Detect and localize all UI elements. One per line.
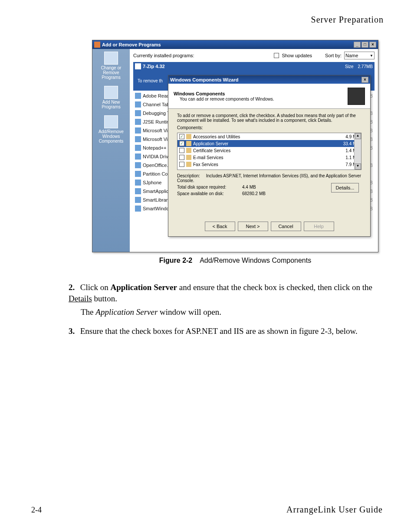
program-icon bbox=[135, 145, 141, 151]
step-number: 3. bbox=[69, 326, 78, 337]
wizard-buttons: < Back Next > Cancel Help bbox=[168, 222, 370, 231]
nav-add-new[interactable]: Add New Programs bbox=[92, 86, 130, 109]
component-row[interactable]: Fax Services 7.9 MB bbox=[177, 161, 361, 168]
program-name: Partition Com bbox=[143, 171, 172, 176]
window-title: Add or Remove Programs bbox=[102, 42, 161, 47]
step-text: button. bbox=[94, 294, 117, 303]
program-name: OpenOffice.o bbox=[143, 163, 171, 168]
components-list: ✓ Accessories and Utilities 4.9 MB ✓ App… bbox=[177, 133, 361, 170]
program-icon bbox=[135, 180, 141, 186]
wizard-header: Windows Components You can add or remove… bbox=[168, 84, 370, 109]
wizard-subheading: You can add or remove components of Wind… bbox=[180, 97, 274, 101]
program-name: NVIDIA Drive bbox=[143, 154, 171, 159]
program-name: Channel Tabl bbox=[143, 102, 171, 107]
chevron-down-icon: ▼ bbox=[370, 54, 373, 58]
checkbox-icon[interactable] bbox=[179, 148, 184, 153]
program-icon bbox=[135, 119, 141, 125]
wizard-heading: Windows Components bbox=[174, 91, 225, 96]
wizard-titlebar: Windows Components Wizard × bbox=[168, 75, 370, 84]
left-nav: Change or Remove Programs Add New Progra… bbox=[92, 49, 130, 252]
checkbox-icon[interactable] bbox=[179, 155, 184, 160]
component-row-application-server[interactable]: ✓ Application Server 33.4 MB bbox=[177, 140, 361, 147]
show-updates-label: Show updates bbox=[282, 53, 312, 58]
help-button[interactable]: Help bbox=[304, 222, 334, 231]
components-wizard-dialog: Windows Components Wizard × Windows Comp… bbox=[168, 75, 371, 237]
components-label: Components: bbox=[177, 125, 361, 130]
close-button[interactable]: × bbox=[369, 42, 376, 48]
close-button[interactable]: × bbox=[361, 77, 368, 83]
show-updates-checkbox[interactable] bbox=[274, 53, 279, 58]
minimize-button[interactable]: _ bbox=[354, 42, 361, 48]
folder-icon bbox=[186, 141, 191, 146]
nav-label: Change or bbox=[92, 65, 130, 70]
component-name: Certificate Services bbox=[193, 148, 338, 153]
component-row[interactable]: Certificate Services 1.4 MB bbox=[177, 147, 361, 154]
wizard-title: Windows Components Wizard bbox=[170, 77, 238, 82]
component-name: Application Server bbox=[193, 141, 338, 146]
nav-windows-components[interactable]: Add/Remove Windows Components bbox=[92, 115, 130, 144]
program-icon bbox=[135, 153, 141, 160]
step-text: Ensure that the check boxes for ASP.NET … bbox=[80, 326, 358, 336]
sortby-select[interactable]: Name ▼ bbox=[344, 52, 375, 59]
back-button[interactable]: < Back bbox=[205, 222, 235, 231]
step-text: and ensure that the check box is checked… bbox=[179, 283, 372, 292]
size-label: Size bbox=[345, 64, 353, 69]
add-remove-window: Add or Remove Programs _ □ × Change or R… bbox=[92, 40, 378, 252]
app-icon bbox=[94, 42, 100, 48]
page-header: Server Preparation bbox=[311, 15, 384, 25]
description-label: Description: bbox=[177, 173, 205, 178]
page-number: 2-4 bbox=[31, 506, 42, 515]
component-name: Fax Services bbox=[193, 162, 338, 167]
program-icon bbox=[135, 136, 141, 142]
step-bold: Application Server bbox=[110, 283, 177, 292]
sortby-value: Name bbox=[345, 53, 358, 58]
checkbox-icon[interactable]: ✓ bbox=[179, 134, 184, 139]
component-name: E-mail Services bbox=[193, 155, 338, 160]
scroll-up-icon[interactable]: ▲ bbox=[355, 133, 361, 139]
component-row[interactable]: ✓ Accessories and Utilities 4.9 MB bbox=[177, 133, 361, 140]
next-button[interactable]: Next > bbox=[238, 222, 268, 231]
nav-label: Add New bbox=[92, 100, 130, 104]
maximize-button[interactable]: □ bbox=[361, 42, 368, 48]
document-title-footer: ArrangeLink User Guide bbox=[286, 505, 383, 515]
add-new-icon bbox=[104, 86, 118, 99]
nav-label: Remove bbox=[92, 70, 130, 75]
figure-area: Add or Remove Programs _ □ × Change or R… bbox=[92, 40, 378, 264]
selected-program-row[interactable]: 7-Zip 4.32 Size 2.77MB bbox=[133, 62, 375, 71]
nav-change-remove[interactable]: Change or Remove Programs bbox=[92, 52, 130, 80]
program-icon bbox=[135, 188, 141, 194]
folder-icon bbox=[186, 148, 191, 153]
step-3: 3. Ensure that the check boxes for ASP.N… bbox=[69, 326, 381, 337]
description-text: Includes ASP.NET, Internet Information S… bbox=[177, 173, 361, 183]
program-icon bbox=[135, 171, 141, 177]
scrollbar[interactable]: ▲ ▼ bbox=[354, 133, 361, 170]
checkbox-icon[interactable] bbox=[179, 162, 184, 167]
step-text: window will open. bbox=[160, 307, 221, 317]
folder-icon bbox=[186, 134, 191, 139]
nav-label: Programs bbox=[92, 104, 130, 109]
program-icon bbox=[135, 63, 141, 69]
selected-name: 7-Zip 4.32 bbox=[143, 64, 165, 69]
nav-label: Components bbox=[92, 139, 130, 144]
folder-icon bbox=[186, 155, 191, 160]
nav-label: Add/Remove bbox=[92, 129, 130, 134]
titlebar: Add or Remove Programs _ □ × bbox=[92, 40, 378, 49]
nav-label: Windows bbox=[92, 134, 130, 139]
scroll-down-icon[interactable]: ▼ bbox=[355, 163, 361, 170]
details-button[interactable]: Details... bbox=[331, 183, 359, 193]
component-row[interactable]: E-mail Services 1.1 MB bbox=[177, 154, 361, 161]
program-icon bbox=[135, 127, 141, 134]
checkbox-icon[interactable]: ✓ bbox=[179, 141, 184, 146]
step-number: 2. bbox=[69, 282, 78, 293]
program-name: SmartLibrary bbox=[143, 197, 170, 202]
figure-title: Add/Remove Windows Components bbox=[200, 257, 311, 264]
nav-label: Programs bbox=[92, 75, 130, 80]
step-text: Click on bbox=[80, 283, 111, 292]
cancel-button[interactable]: Cancel bbox=[271, 222, 301, 231]
currently-installed-label: Currently installed programs: bbox=[133, 53, 194, 58]
program-icon bbox=[135, 206, 141, 212]
disk-required-value: 4.4 MB bbox=[242, 185, 256, 189]
step-2: 2. Click on Application Server and ensur… bbox=[69, 282, 381, 318]
step-underline: Details bbox=[69, 294, 92, 303]
program-icon bbox=[135, 110, 141, 116]
